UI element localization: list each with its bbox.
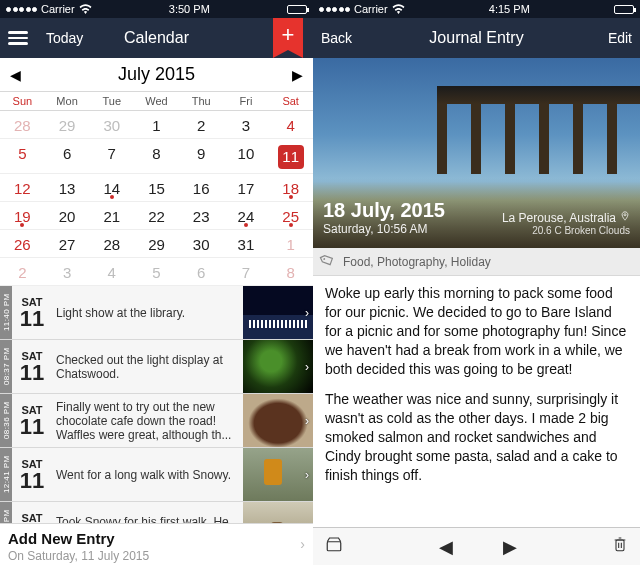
- entry-marker-icon: [289, 223, 293, 227]
- calendar-day[interactable]: 27: [45, 230, 90, 257]
- entry-text: Went for a long walk with Snowy.: [52, 448, 243, 501]
- add-new-entry-row[interactable]: Add New Entry On Saturday, 11 July 2015 …: [0, 523, 313, 565]
- month-switcher: ◀ July 2015 ▶: [0, 58, 313, 92]
- today-button[interactable]: Today: [46, 30, 83, 46]
- delete-button[interactable]: [612, 535, 628, 558]
- nav-bar: Today Calendar +: [0, 18, 313, 58]
- entry-date-col: SAT11: [12, 340, 52, 393]
- add-entry-ribbon-button[interactable]: +: [273, 18, 303, 58]
- calendar-day[interactable]: 16: [179, 174, 224, 201]
- entry-body[interactable]: Woke up early this morning to pack some …: [313, 276, 640, 527]
- svg-point-1: [323, 258, 325, 260]
- calendar-day[interactable]: 5: [0, 139, 45, 173]
- calendar-day[interactable]: 20: [45, 202, 90, 229]
- entry-time-label: 08:36 PM: [0, 394, 12, 447]
- status-time: 4:15 PM: [489, 3, 530, 15]
- chevron-right-icon: ›: [305, 468, 309, 482]
- prev-entry-button[interactable]: ◀: [439, 536, 453, 558]
- entry-text: Took Snowy for his first walk. He was su…: [52, 502, 243, 523]
- prev-month-button[interactable]: ◀: [10, 58, 21, 91]
- calendar-day[interactable]: 30: [179, 230, 224, 257]
- entry-time-label: 12:29 PM: [0, 502, 12, 523]
- entry-thumbnail: ›: [243, 448, 313, 501]
- entry-date-col: SAT11: [12, 394, 52, 447]
- calendar-day[interactable]: 2: [0, 258, 45, 285]
- paragraph: Woke up early this morning to pack some …: [325, 284, 628, 378]
- calendar-day[interactable]: 29: [45, 111, 90, 138]
- chevron-right-icon: ›: [300, 536, 305, 552]
- battery-icon: [287, 5, 307, 14]
- entry-text: Light show at the library.: [52, 286, 243, 339]
- list-item[interactable]: 12:29 PMSAT11Took Snowy for his first wa…: [0, 502, 313, 523]
- calendar-day[interactable]: 23: [179, 202, 224, 229]
- calendar-day[interactable]: 14: [89, 174, 134, 201]
- status-bar: Carrier 3:50 PM: [0, 0, 313, 18]
- weekday-label: Sat: [268, 92, 313, 110]
- calendar-day[interactable]: 11: [268, 139, 313, 173]
- calendar-day[interactable]: 30: [89, 111, 134, 138]
- tags-text: Food, Photography, Holiday: [343, 255, 491, 269]
- calendar-day[interactable]: 7: [224, 258, 269, 285]
- calendar-day[interactable]: 12: [0, 174, 45, 201]
- entry-thumbnail: ›: [243, 502, 313, 523]
- next-entry-button[interactable]: ▶: [503, 536, 517, 558]
- calendar-day[interactable]: 7: [89, 139, 134, 173]
- list-item[interactable]: 11:40 PMSAT11Light show at the library.›: [0, 286, 313, 340]
- entry-date-col: SAT11: [12, 502, 52, 523]
- entry-time-label: 11:40 PM: [0, 286, 12, 339]
- calendar-day[interactable]: 10: [224, 139, 269, 173]
- calendar-day[interactable]: 8: [134, 139, 179, 173]
- entry-thumbnail: ›: [243, 340, 313, 393]
- calendar-day[interactable]: 2: [179, 111, 224, 138]
- chevron-right-icon: ›: [305, 414, 309, 428]
- calendar-day[interactable]: 26: [0, 230, 45, 257]
- tags-bar[interactable]: Food, Photography, Holiday: [313, 248, 640, 276]
- calendar-day[interactable]: 22: [134, 202, 179, 229]
- status-bar: Carrier 4:15 PM: [313, 0, 640, 18]
- edit-button[interactable]: Edit: [608, 30, 632, 46]
- calendar-day[interactable]: 6: [179, 258, 224, 285]
- calendar-day[interactable]: 6: [45, 139, 90, 173]
- calendar-day[interactable]: 28: [89, 230, 134, 257]
- battery-icon: [614, 5, 634, 14]
- paragraph: The weather was nice and sunny, surprisi…: [325, 390, 628, 484]
- calendar-day[interactable]: 28: [0, 111, 45, 138]
- calendar-day[interactable]: 24: [224, 202, 269, 229]
- next-month-button[interactable]: ▶: [292, 58, 303, 91]
- list-item[interactable]: 08:37 PMSAT11Checked out the light displ…: [0, 340, 313, 394]
- calendar-grid: 2829301234567891011121314151617181920212…: [0, 111, 313, 286]
- weekday-header: SunMonTueWedThuFriSat: [0, 92, 313, 111]
- nav-bar: Back Journal Entry Edit: [313, 18, 640, 58]
- archive-button[interactable]: [325, 535, 343, 558]
- entry-thumbnail: ›: [243, 286, 313, 339]
- hero-image[interactable]: 18 July, 2015 Saturday, 10:56 AM La Pero…: [313, 58, 640, 248]
- calendar-day[interactable]: 13: [45, 174, 90, 201]
- calendar-day[interactable]: 4: [89, 258, 134, 285]
- calendar-day[interactable]: 3: [224, 111, 269, 138]
- back-button[interactable]: Back: [321, 30, 352, 46]
- calendar-day[interactable]: 1: [134, 111, 179, 138]
- calendar-day[interactable]: 15: [134, 174, 179, 201]
- calendar-day[interactable]: 17: [224, 174, 269, 201]
- calendar-day[interactable]: 18: [268, 174, 313, 201]
- list-item[interactable]: 12:41 PMSAT11Went for a long walk with S…: [0, 448, 313, 502]
- entry-location: La Perouse, Australia: [502, 211, 616, 225]
- calendar-day[interactable]: 5: [134, 258, 179, 285]
- calendar-day[interactable]: 1: [268, 230, 313, 257]
- calendar-day[interactable]: 29: [134, 230, 179, 257]
- calendar-day[interactable]: 3: [45, 258, 90, 285]
- calendar-day[interactable]: 19: [0, 202, 45, 229]
- calendar-day[interactable]: 8: [268, 258, 313, 285]
- list-item[interactable]: 08:36 PMSAT11Finally went to try out the…: [0, 394, 313, 448]
- calendar-day[interactable]: 31: [224, 230, 269, 257]
- entry-text: Checked out the light display at Chatswo…: [52, 340, 243, 393]
- calendar-day[interactable]: 25: [268, 202, 313, 229]
- entry-weather: 20.6 C Broken Clouds: [502, 225, 630, 236]
- calendar-day[interactable]: 21: [89, 202, 134, 229]
- calendar-day[interactable]: 4: [268, 111, 313, 138]
- entry-thumbnail: ›: [243, 394, 313, 447]
- menu-button[interactable]: [8, 31, 28, 45]
- calendar-day[interactable]: 9: [179, 139, 224, 173]
- add-entry-subtitle: On Saturday, 11 July 2015: [8, 549, 305, 563]
- location-pin-icon: [620, 210, 630, 225]
